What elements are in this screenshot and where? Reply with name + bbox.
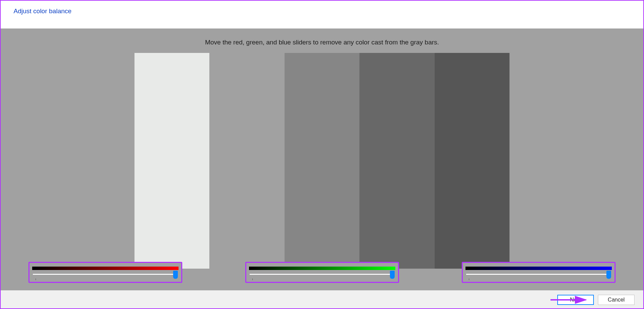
gray-bars-preview [134,53,510,269]
next-button[interactable]: Next [557,295,594,305]
wizard-header: Adjust color balance [0,0,644,28]
gray-bar-5 [435,53,510,269]
page-title: Adjust color balance [14,7,630,15]
gray-bar-4 [359,53,435,269]
green-slider-tick [252,278,253,280]
green-slider-track [250,273,395,275]
gray-bar-3 [285,53,360,269]
green-gradient-bar [249,267,395,270]
green-slider-thumb[interactable] [390,271,395,279]
blue-slider-tick [469,278,469,280]
blue-slider[interactable] [465,271,612,279]
content-area: Move the red, green, and blue sliders to… [0,28,644,290]
blue-slider-thumb[interactable] [606,271,611,279]
blue-gradient-bar [465,267,612,270]
instruction-text: Move the red, green, and blue sliders to… [0,39,644,46]
red-slider-tick [36,278,36,280]
red-slider-track [33,273,178,275]
green-slider-highlight [245,262,399,283]
red-slider-thumb[interactable] [173,271,178,279]
red-gradient-bar [32,267,179,270]
cancel-button[interactable]: Cancel [598,295,635,305]
red-slider-highlight [28,262,182,283]
sliders-row [0,262,644,283]
gray-bar-1 [134,53,210,269]
red-slider[interactable] [32,271,179,279]
wizard-footer: Next Cancel [0,290,644,309]
blue-slider-highlight [462,262,616,283]
green-slider[interactable] [249,271,395,279]
blue-slider-track [466,273,611,275]
gray-bar-2 [209,53,285,269]
